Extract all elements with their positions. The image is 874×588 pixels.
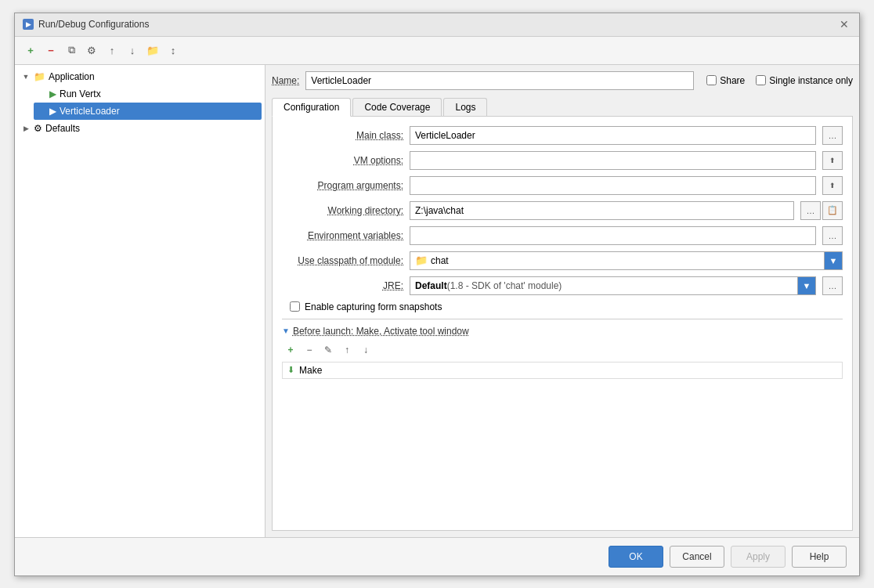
jre-dropdown-display: Default (1.8 - SDK of 'chat' module): [410, 276, 797, 295]
before-add-button[interactable]: +: [282, 341, 299, 359]
settings-button[interactable]: ⚙: [82, 41, 101, 60]
remove-config-button[interactable]: −: [42, 41, 60, 60]
title-bar: ▶ Run/Debug Configurations ✕: [15, 13, 859, 37]
working-dir-label: Working directory:: [282, 205, 403, 216]
apply-button[interactable]: Apply: [731, 546, 786, 568]
defaults-icon: ⚙: [34, 123, 42, 134]
name-label: Name:: [272, 75, 299, 86]
env-vars-row: Environment variables: …: [282, 226, 843, 245]
single-instance-checkbox[interactable]: [756, 75, 766, 85]
main-class-browse-button[interactable]: …: [822, 126, 843, 145]
tree-defaults-label: Defaults: [45, 123, 80, 134]
form-snapshot-checkbox[interactable]: [290, 301, 300, 312]
working-dir-vars-button[interactable]: 📋: [822, 201, 843, 220]
before-launch-section: ▼ Before launch: Make, Activate tool win…: [282, 319, 843, 379]
working-dir-input[interactable]: [410, 201, 794, 220]
name-row: Name: Share Single instance only: [272, 71, 853, 90]
program-args-expand-button[interactable]: ⬆: [822, 176, 843, 195]
bottom-bar: OK Cancel Apply Help: [15, 537, 859, 575]
tree-run-vertx-label: Run Vertx: [60, 88, 101, 99]
run-debug-dialog: ▶ Run/Debug Configurations ✕ + − ⧉ ⚙ ↑ ↓…: [14, 13, 860, 576]
before-remove-button[interactable]: −: [301, 341, 318, 359]
verticle-loader-run-icon: ▶: [49, 106, 56, 117]
dialog-title: Run/Debug Configurations: [38, 19, 149, 30]
name-input[interactable]: [305, 71, 694, 90]
classpath-label: Use classpath of module:: [282, 255, 403, 266]
env-vars-input[interactable]: [410, 226, 816, 245]
checkbox-group: Share Single instance only: [706, 75, 853, 86]
jre-detail-text: (1.8 - SDK of 'chat' module): [447, 280, 562, 291]
single-instance-checkbox-label[interactable]: Single instance only: [756, 75, 853, 86]
cancel-button[interactable]: Cancel: [670, 546, 724, 568]
jre-label: JRE:: [282, 280, 403, 291]
make-label: Make: [299, 365, 322, 376]
sort-button[interactable]: ↕: [164, 41, 182, 60]
tab-logs[interactable]: Logs: [443, 98, 487, 116]
tree-verticle-loader-item[interactable]: ▶ VerticleLoader: [34, 103, 262, 120]
make-item: ⬇ Make: [282, 362, 843, 379]
jre-row: JRE: Default (1.8 - SDK of 'chat' module…: [282, 276, 843, 295]
ok-button[interactable]: OK: [609, 546, 663, 568]
program-args-input[interactable]: [410, 176, 816, 195]
tab-code-coverage[interactable]: Code Coverage: [352, 98, 442, 116]
expand-defaults-icon: ▶: [21, 124, 31, 132]
program-args-label: Program arguments:: [282, 180, 403, 191]
tabs-row: Configuration Code Coverage Logs: [272, 98, 853, 117]
main-class-input[interactable]: [410, 126, 816, 145]
classpath-dropdown: 📁 chat ▼: [410, 251, 843, 270]
folder-button[interactable]: 📁: [143, 41, 162, 60]
working-dir-btn-group: … 📋: [800, 201, 843, 220]
classpath-folder-icon: 📁: [415, 254, 428, 266]
share-checkbox-label[interactable]: Share: [706, 75, 745, 86]
classpath-dropdown-button[interactable]: ▼: [824, 251, 843, 270]
vm-options-row: VM options: ⬆: [282, 151, 843, 170]
before-up-button[interactable]: ↑: [338, 341, 356, 359]
single-instance-label: Single instance only: [769, 75, 853, 86]
before-down-button[interactable]: ↓: [357, 341, 374, 359]
main-toolbar: + − ⧉ ⚙ ↑ ↓ 📁 ↕: [15, 37, 859, 65]
close-button[interactable]: ✕: [837, 17, 851, 31]
vm-options-input[interactable]: [410, 151, 816, 170]
main-class-label: Main class:: [282, 130, 403, 141]
before-launch-toolbar: + − ✎ ↑ ↓: [282, 341, 843, 359]
help-button[interactable]: Help: [792, 546, 847, 568]
before-launch-header: ▼ Before launch: Make, Activate tool win…: [282, 326, 843, 337]
tree-application-label: Application: [49, 71, 95, 82]
program-args-row: Program arguments: ⬆: [282, 176, 843, 195]
main-content: ▼ 📁 Application ▶ Run Vertx ▶ VerticleLo…: [15, 65, 859, 537]
env-vars-browse-button[interactable]: …: [822, 226, 843, 245]
env-vars-label: Environment variables:: [282, 230, 403, 241]
working-dir-browse-button[interactable]: …: [800, 201, 821, 220]
application-folder-icon: 📁: [34, 71, 45, 82]
form-snapshot-label: Enable capturing form snapshots: [305, 301, 442, 312]
tree-defaults-item[interactable]: ▶ ⚙ Defaults: [18, 120, 262, 137]
copy-config-button[interactable]: ⧉: [62, 41, 81, 60]
vm-options-expand-button[interactable]: ⬆: [822, 151, 843, 170]
jre-dropdown: Default (1.8 - SDK of 'chat' module) ▼: [410, 276, 816, 295]
run-vertx-icon: ▶: [49, 88, 56, 99]
tree-verticle-loader-label: VerticleLoader: [60, 106, 120, 117]
make-icon: ⬇: [287, 365, 294, 375]
move-up-button[interactable]: ↑: [103, 41, 121, 60]
tab-configuration[interactable]: Configuration: [272, 98, 351, 117]
move-down-button[interactable]: ↓: [123, 41, 142, 60]
jre-default-text: Default: [415, 280, 447, 291]
collapse-before-launch-button[interactable]: ▼: [282, 326, 290, 335]
before-edit-button[interactable]: ✎: [320, 341, 337, 359]
main-class-row: Main class: …: [282, 126, 843, 145]
dialog-icon: ▶: [23, 19, 34, 30]
working-dir-row: Working directory: … 📋: [282, 201, 843, 220]
config-panel: Main class: … VM options: ⬆ Program argu…: [272, 117, 853, 531]
title-bar-left: ▶ Run/Debug Configurations: [23, 19, 149, 30]
classpath-row: Use classpath of module: 📁 chat ▼: [282, 251, 843, 270]
share-checkbox[interactable]: [706, 75, 717, 85]
tree-children: ▶ Run Vertx ▶ VerticleLoader: [18, 85, 262, 120]
jre-browse-button[interactable]: …: [822, 276, 843, 295]
classpath-dropdown-display: 📁 chat: [410, 251, 824, 270]
tree-run-vertx-item[interactable]: ▶ Run Vertx: [34, 85, 262, 103]
jre-dropdown-button[interactable]: ▼: [797, 276, 816, 295]
tree-application-group[interactable]: ▼ 📁 Application: [18, 68, 262, 85]
add-config-button[interactable]: +: [21, 41, 40, 60]
right-panel: Name: Share Single instance only Configu…: [265, 65, 859, 537]
share-label: Share: [720, 75, 745, 86]
